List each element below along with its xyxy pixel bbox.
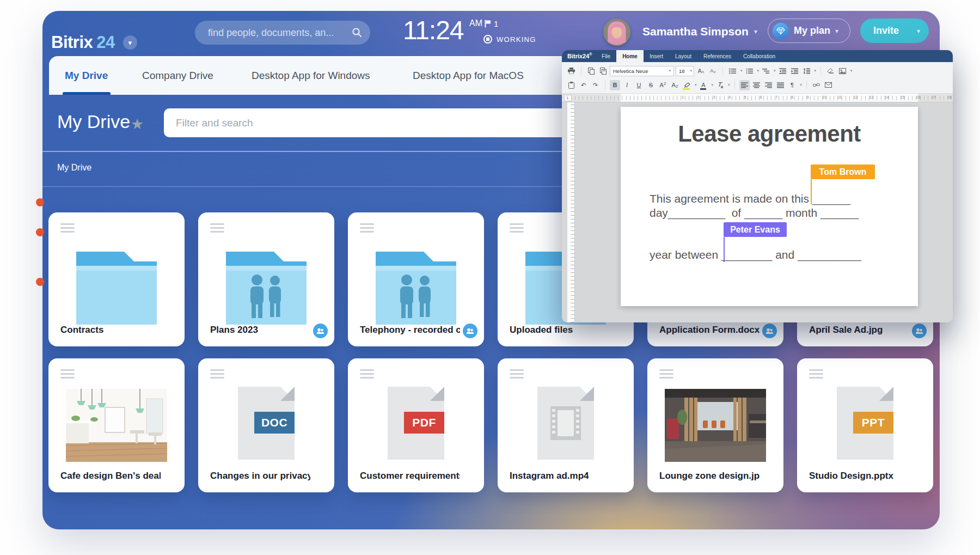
flag-counter[interactable]: 1 xyxy=(485,19,498,28)
bullet-list-icon[interactable] xyxy=(727,66,738,76)
file-name: Lounge zone design.jpg xyxy=(659,471,759,481)
tab-desktop-app-windows[interactable]: Desktop App for Windows xyxy=(252,56,370,95)
vertical-ruler[interactable] xyxy=(567,102,575,322)
superscript-icon[interactable]: A2 xyxy=(658,80,668,90)
file-card-customer-requirements[interactable]: PDF Customer requirements.pdf xyxy=(348,358,484,492)
document-title: Lease agreement xyxy=(621,121,918,147)
card-menu-icon[interactable] xyxy=(809,369,823,381)
mail-merge-icon[interactable] xyxy=(823,80,834,90)
decrease-indent-icon[interactable] xyxy=(777,66,788,76)
card-menu-icon[interactable] xyxy=(210,369,224,381)
invite-button[interactable]: Invite ▾ xyxy=(860,19,929,43)
file-card-plans-2023[interactable]: Plans 2023 xyxy=(198,212,334,346)
card-menu-icon[interactable] xyxy=(360,369,374,381)
my-plan-label: My plan xyxy=(794,25,830,36)
undo-icon[interactable]: ↶ xyxy=(578,80,589,90)
multilevel-list-icon[interactable] xyxy=(761,66,771,76)
my-plan-button[interactable]: My plan ▾ xyxy=(768,19,850,43)
increase-indent-icon[interactable] xyxy=(789,66,800,76)
clock-meridiem: AM xyxy=(469,19,482,28)
menu-home[interactable]: Home xyxy=(616,50,644,62)
menu-file[interactable]: File xyxy=(596,50,616,62)
increase-font-icon[interactable]: A˄ xyxy=(696,66,706,76)
logo-chevron-down-icon[interactable]: ▾ xyxy=(123,35,137,50)
file-card-cafe-design[interactable]: Cafe design Ben's deal.jpg xyxy=(48,358,185,492)
paragraph-mark-icon[interactable]: ¶ xyxy=(787,80,798,90)
align-right-icon[interactable] xyxy=(763,80,774,90)
tab-company-drive[interactable]: Company Drive xyxy=(142,56,213,95)
pdf-badge: PDF xyxy=(404,412,444,434)
menu-layout[interactable]: Layout xyxy=(669,50,697,62)
shared-users-badge xyxy=(912,324,927,338)
menu-collaboration[interactable]: Collaboration xyxy=(737,50,781,62)
file-card-studio-design[interactable]: PPT Studio Design.pptx xyxy=(797,358,933,492)
file-name: Contracts xyxy=(60,325,161,336)
tab-my-drive[interactable]: My Drive xyxy=(65,56,108,95)
shared-users-badge xyxy=(313,324,328,338)
tab-stop-selector[interactable]: L xyxy=(564,95,572,101)
redo-icon[interactable]: ↷ xyxy=(590,80,601,90)
document-text-line: year between ________ and __________ xyxy=(650,248,861,261)
user-name-label: Samantha Simpson xyxy=(642,25,749,38)
bold-icon[interactable]: B xyxy=(610,80,620,90)
font-size-select[interactable]: 18▾ xyxy=(676,66,694,76)
eraser-icon[interactable] xyxy=(825,66,836,76)
numbered-list-icon[interactable] xyxy=(744,66,755,76)
card-menu-icon[interactable] xyxy=(60,223,75,235)
global-search-input[interactable] xyxy=(195,27,370,39)
card-menu-icon[interactable] xyxy=(60,369,75,381)
user-chevron-down-icon: ▾ xyxy=(754,28,757,35)
document-page[interactable]: Lease agreement Tom Brown This agreement… xyxy=(621,107,918,306)
page-fold-decoration xyxy=(580,387,594,401)
strikethrough-icon[interactable]: S xyxy=(646,80,656,90)
copy-style-icon[interactable] xyxy=(598,66,608,76)
line-spacing-icon[interactable] xyxy=(801,66,812,76)
user-avatar[interactable] xyxy=(603,19,630,46)
card-menu-icon[interactable] xyxy=(510,369,524,381)
global-search xyxy=(195,21,370,45)
menu-references[interactable]: References xyxy=(697,50,737,62)
insert-image-icon[interactable] xyxy=(837,66,848,76)
file-card-privacy-policy[interactable]: DOC Changes in our privacy poli... xyxy=(198,358,334,492)
shared-folder-icon xyxy=(372,247,460,327)
collab-cursor-tom-brown: Tom Brown xyxy=(811,164,875,179)
file-name: Changes in our privacy poli... xyxy=(210,471,310,481)
italic-icon[interactable]: I xyxy=(622,80,632,90)
subscript-icon[interactable]: A2 xyxy=(670,80,680,90)
file-card-telephony[interactable]: Telephony - recorded calls xyxy=(348,212,484,346)
breadcrumb[interactable]: My Drive xyxy=(57,163,91,173)
card-menu-icon[interactable] xyxy=(210,223,224,235)
file-name: Cafe design Ben's deal.jpg xyxy=(60,471,161,481)
highlight-color-icon[interactable] xyxy=(682,80,692,90)
underline-icon[interactable]: U xyxy=(634,80,644,90)
align-justify-icon[interactable] xyxy=(775,80,786,90)
font-family-select[interactable]: Helvetica Neue▾ xyxy=(610,66,674,76)
paste-icon[interactable] xyxy=(566,80,577,90)
tab-desktop-app-macos[interactable]: Desktop App for MacOS xyxy=(413,56,524,95)
menu-insert[interactable]: Insert xyxy=(644,50,669,62)
work-status[interactable]: WORKING xyxy=(483,35,536,44)
editor-menu-bar: File Home Insert Layout References Colla… xyxy=(596,50,781,62)
align-left-icon[interactable] xyxy=(739,80,750,90)
horizontal-ruler[interactable]: L 123456789101112131415161718 xyxy=(562,94,953,102)
link-icon[interactable] xyxy=(811,80,822,90)
page-fold-decoration xyxy=(280,387,295,401)
font-color-icon[interactable]: A xyxy=(699,80,709,90)
file-card-lounge-zone[interactable]: Lounge zone design.jpg xyxy=(647,358,783,492)
clear-format-icon[interactable] xyxy=(715,80,725,90)
clock-time: 11:24 xyxy=(403,15,464,45)
copy-icon[interactable] xyxy=(586,66,596,76)
card-menu-icon[interactable] xyxy=(360,223,374,235)
favorite-star-icon[interactable]: ★ xyxy=(131,115,144,133)
align-center-icon[interactable] xyxy=(751,80,762,90)
decrease-font-icon[interactable]: A˅ xyxy=(708,66,718,76)
file-card-contracts[interactable]: Contracts xyxy=(48,212,185,346)
user-menu[interactable]: Samantha Simpson ▾ xyxy=(642,25,757,38)
print-icon[interactable] xyxy=(566,66,577,76)
card-menu-icon[interactable] xyxy=(510,223,524,235)
lounge-photo-thumbnail xyxy=(665,389,766,462)
card-menu-icon[interactable] xyxy=(659,369,673,381)
search-icon[interactable] xyxy=(352,27,362,38)
shared-users-badge xyxy=(762,324,777,338)
file-card-instagram-ad[interactable]: Instagram ad.mp4 xyxy=(498,358,634,492)
